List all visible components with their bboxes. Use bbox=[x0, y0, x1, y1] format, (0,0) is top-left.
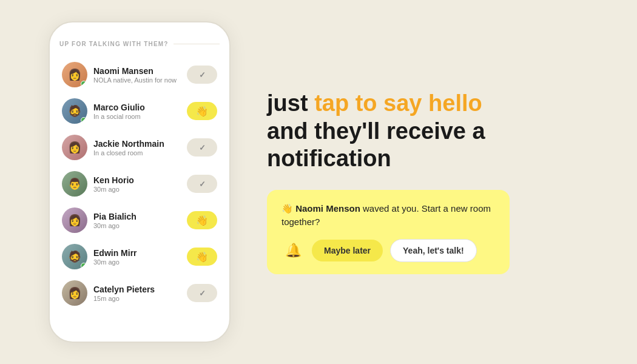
list-item[interactable]: 🧔 Edwin Mirr 30m ago 👋 bbox=[59, 239, 220, 274]
user-name: Ken Horio bbox=[93, 175, 181, 185]
check-button[interactable]: ✓ bbox=[187, 284, 217, 302]
online-dot bbox=[81, 117, 87, 123]
avatar: 👩 bbox=[62, 280, 87, 306]
list-item[interactable]: 👩 Naomi Mansen NOLA native, Austin for n… bbox=[59, 57, 220, 92]
right-side: just tap to say hello and they'll receiv… bbox=[231, 90, 601, 274]
main-container: UP FOR TALKING WITH THEM? 👩 Naomi Mansen… bbox=[0, 0, 637, 364]
wave-icon: 👋 bbox=[196, 215, 208, 226]
notification-actions: 🔔 Maybe later Yeah, let's talk! bbox=[281, 239, 495, 262]
user-status: In a closed room bbox=[93, 149, 181, 157]
user-info: Jackie Northmain In a closed room bbox=[93, 139, 181, 157]
user-info: Pia Bialich 30m ago bbox=[93, 212, 181, 229]
user-info: Naomi Mansen NOLA native, Austin for now bbox=[93, 66, 181, 84]
online-dot bbox=[81, 263, 87, 269]
user-status: 30m ago bbox=[93, 222, 181, 229]
user-info: Marco Giulio In a social room bbox=[93, 103, 181, 120]
headline-suffix: and they'll receive a bbox=[267, 118, 485, 144]
wave-button[interactable]: 👋 bbox=[187, 102, 217, 120]
list-item[interactable]: 🧔 Marco Giulio In a social room 👋 bbox=[59, 93, 220, 129]
headline: just tap to say hello and they'll receiv… bbox=[267, 90, 601, 173]
yeah-lets-talk-button[interactable]: Yeah, let's talk! bbox=[390, 239, 477, 262]
maybe-later-button[interactable]: Maybe later bbox=[312, 240, 383, 261]
user-name: Catelyn Pieters bbox=[93, 285, 181, 294]
user-status: In a social room bbox=[93, 113, 181, 120]
user-name: Pia Bialich bbox=[93, 212, 181, 221]
check-icon: ✓ bbox=[199, 180, 206, 189]
list-item[interactable]: 👨 Ken Horio 30m ago ✓ bbox=[59, 166, 220, 201]
user-info: Ken Horio 30m ago bbox=[93, 175, 181, 193]
headline-prefix: just bbox=[267, 90, 314, 116]
check-icon: ✓ bbox=[199, 143, 206, 152]
notification-text: 👋 Naomi Menson waved at you. Start a new… bbox=[281, 202, 495, 229]
check-icon: ✓ bbox=[199, 70, 206, 79]
wave-button[interactable]: 👋 bbox=[187, 211, 217, 229]
wave-button[interactable]: 👋 bbox=[187, 248, 217, 266]
avatar: 👩 bbox=[62, 135, 87, 160]
user-status: 30m ago bbox=[93, 258, 181, 266]
user-status: 15m ago bbox=[93, 295, 181, 302]
avatar: 🧔 bbox=[62, 244, 87, 269]
bell-emoji: 🔔 bbox=[285, 243, 302, 258]
check-button[interactable]: ✓ bbox=[187, 175, 217, 193]
wave-icon: 👋 bbox=[196, 251, 208, 263]
phone-mockup: UP FOR TALKING WITH THEM? 👩 Naomi Mansen… bbox=[49, 21, 231, 343]
phone-header: UP FOR TALKING WITH THEM? bbox=[59, 41, 220, 47]
check-button[interactable]: ✓ bbox=[187, 138, 217, 157]
user-status: 30m ago bbox=[93, 186, 181, 193]
list-item[interactable]: 👩 Jackie Northmain In a closed room ✓ bbox=[59, 130, 220, 165]
user-name: Jackie Northmain bbox=[93, 139, 181, 149]
check-icon: ✓ bbox=[199, 289, 206, 298]
wave-icon: 👋 bbox=[196, 106, 208, 117]
user-list: 👩 Naomi Mansen NOLA native, Austin for n… bbox=[59, 57, 220, 311]
notification-card: 👋 Naomi Menson waved at you. Start a new… bbox=[267, 190, 510, 274]
headline-suffix2: notification bbox=[267, 146, 391, 171]
bell-icon: 🔔 bbox=[281, 239, 305, 262]
avatar: 🧔 bbox=[62, 98, 87, 124]
user-name: Marco Giulio bbox=[93, 103, 181, 112]
user-name: Edwin Mirr bbox=[93, 248, 181, 258]
check-button[interactable]: ✓ bbox=[187, 66, 217, 84]
avatar: 👨 bbox=[62, 171, 87, 197]
list-item[interactable]: 👩 Catelyn Pieters 15m ago ✓ bbox=[59, 275, 220, 311]
avatar: 👩 bbox=[62, 207, 87, 233]
list-item[interactable]: 👩 Pia Bialich 30m ago 👋 bbox=[59, 203, 220, 238]
user-name: Naomi Mansen bbox=[93, 66, 181, 76]
user-status: NOLA native, Austin for now bbox=[93, 76, 181, 84]
online-dot bbox=[81, 81, 87, 87]
avatar: 👩 bbox=[62, 62, 87, 87]
headline-highlight: tap to say hello bbox=[314, 90, 482, 116]
user-info: Edwin Mirr 30m ago bbox=[93, 248, 181, 266]
notification-sender: Naomi Menson bbox=[295, 203, 360, 214]
user-info: Catelyn Pieters 15m ago bbox=[93, 285, 181, 302]
